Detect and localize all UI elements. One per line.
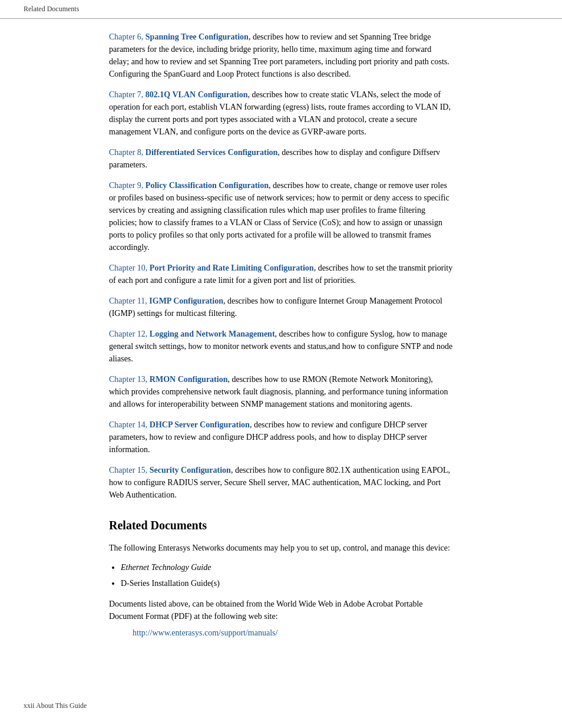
chapter-8-link[interactable]: Differentiated Services Configuration — [146, 148, 277, 157]
ethernet-guide-text: Ethernet Technology Guide — [121, 563, 211, 572]
chapter-8-entry: Chapter 8, Differentiated Services Confi… — [109, 146, 453, 171]
chapter-10-link[interactable]: Port Priority and Rate Limiting Configur… — [150, 263, 314, 272]
docs-note: Documents listed above, can be obtained … — [109, 598, 453, 622]
chapter-12-link[interactable]: Logging and Network Management — [150, 330, 275, 338]
chapter-13-link[interactable]: RMON Configuration — [150, 375, 228, 384]
chapter-6-prefix-link[interactable]: Chapter 6, — [109, 32, 146, 41]
chapter-11-link[interactable]: IGMP Configuration — [149, 297, 223, 305]
chapter-6-entry: Chapter 6, Spanning Tree Configuration, … — [109, 31, 453, 80]
list-item-dseries: D-Series Installation Guide(s) — [121, 577, 453, 589]
chapter-9-entry: Chapter 9, Policy Classification Configu… — [109, 179, 453, 253]
footer-bar: xxii About This Guide — [24, 701, 87, 710]
chapter-6-link[interactable]: Spanning Tree Configuration — [146, 32, 249, 41]
related-docs-section: Related Documents The following Enterasy… — [109, 519, 453, 638]
chapter-9-desc: , describes how to create, change or rem… — [109, 181, 449, 252]
header-bar: Related Documents — [0, 0, 562, 19]
chapter-14-entry: Chapter 14, DHCP Server Configuration, d… — [109, 419, 453, 456]
chapter-15-prefix-link[interactable]: Chapter 15, — [109, 466, 150, 475]
chapter-9-link[interactable]: Policy Classification Configuration — [146, 181, 269, 190]
list-item-ethernet: Ethernet Technology Guide — [121, 561, 453, 574]
bullet-list: Ethernet Technology Guide D-Series Insta… — [121, 561, 453, 589]
chapter-10-prefix-link[interactable]: Chapter 10, — [109, 263, 150, 272]
chapter-7-prefix-link[interactable]: Chapter 7, — [109, 90, 146, 99]
chapter-9-prefix-link[interactable]: Chapter 9, — [109, 181, 146, 190]
chapter-list: Chapter 6, Spanning Tree Configuration, … — [109, 31, 453, 501]
chapter-12-prefix-link[interactable]: Chapter 12, — [109, 330, 150, 338]
chapter-10-entry: Chapter 10, Port Priority and Rate Limit… — [109, 262, 453, 286]
page-container: Related Documents Chapter 6, Spanning Tr… — [0, 0, 562, 728]
chapter-11-entry: Chapter 11, IGMP Configuration, describe… — [109, 295, 453, 319]
related-docs-intro: The following Enterasys Networks documen… — [109, 542, 453, 554]
chapter-13-prefix-link[interactable]: Chapter 13, — [109, 375, 150, 384]
related-docs-heading: Related Documents — [109, 519, 453, 532]
chapter-11-prefix-link[interactable]: Chapter 11, — [109, 297, 149, 305]
chapter-8-prefix-link[interactable]: Chapter 8, — [109, 148, 146, 157]
chapter-15-entry: Chapter 15, Security Configuration, desc… — [109, 464, 453, 501]
content-area: Chapter 6, Spanning Tree Configuration, … — [0, 19, 562, 661]
footer-text: xxii About This Guide — [24, 701, 87, 710]
dseries-text: D-Series Installation Guide(s) — [121, 579, 220, 588]
chapter-15-link[interactable]: Security Configuration — [150, 466, 231, 475]
header-text: Related Documents — [24, 5, 79, 13]
chapter-7-link[interactable]: 802.1Q VLAN Configuration — [146, 90, 248, 99]
chapter-12-entry: Chapter 12, Logging and Network Manageme… — [109, 328, 453, 365]
chapter-13-entry: Chapter 13, RMON Configuration, describe… — [109, 373, 453, 410]
website-link[interactable]: http://www.enterasys.com/support/manuals… — [133, 628, 453, 638]
chapter-14-link[interactable]: DHCP Server Configuration — [150, 420, 250, 429]
chapter-14-prefix-link[interactable]: Chapter 14, — [109, 420, 150, 429]
chapter-7-entry: Chapter 7, 802.1Q VLAN Configuration, de… — [109, 88, 453, 138]
